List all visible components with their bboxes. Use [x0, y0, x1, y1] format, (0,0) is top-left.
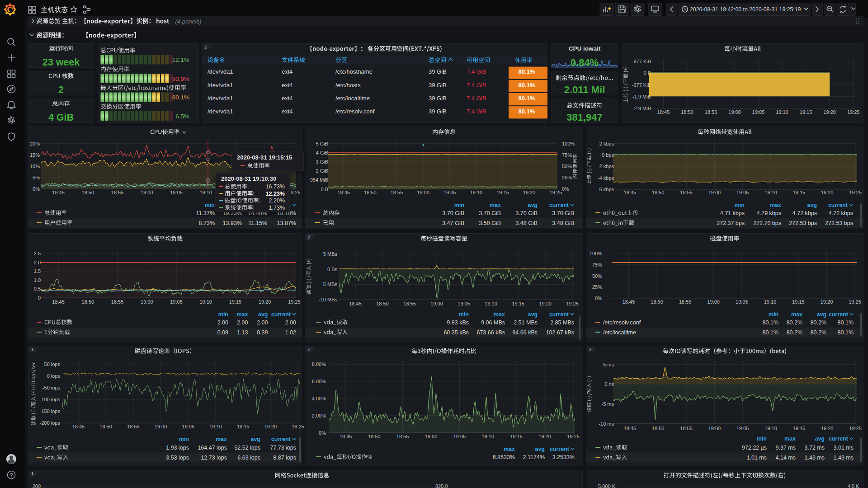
svg-text:977 KiB: 977 KiB	[633, 59, 651, 64]
svg-text:50%: 50%	[562, 164, 572, 169]
svg-text:/dev/vda1: /dev/vda1	[208, 68, 233, 75]
svg-text:19:25: 19:25	[292, 424, 304, 429]
svg-text:164.47 iops: 164.47 iops	[198, 445, 227, 451]
svg-text:ext4: ext4	[282, 82, 293, 89]
svg-text:12.1%: 12.1%	[172, 56, 189, 63]
svg-text:min: min	[205, 202, 215, 208]
svg-text:80.1%: 80.1%	[763, 329, 778, 336]
svg-text:18:50: 18:50	[364, 190, 377, 195]
svg-text:max: max	[236, 311, 248, 318]
svg-text:4.72 kbps: 4.72 kbps	[793, 210, 817, 216]
svg-text:-6 kbps: -6 kbps	[598, 187, 614, 192]
svg-text:19:15: 19:15	[237, 424, 250, 429]
svg-text:7.4 GiB: 7.4 GiB	[467, 95, 486, 102]
svg-text:18:45: 18:45	[340, 434, 352, 439]
svg-text:2 kbps: 2 kbps	[599, 141, 614, 146]
svg-text:18:45: 18:45	[52, 190, 65, 195]
svg-text:6.63 iops: 6.63 iops	[237, 455, 260, 461]
svg-text:current: current	[828, 202, 848, 208]
svg-text:9.83 kBs: 9.83 kBs	[447, 319, 469, 326]
svg-text:2.20%: 2.20%	[269, 197, 285, 204]
svg-text:18:45: 18:45	[624, 426, 637, 431]
svg-text:2.00: 2.00	[217, 319, 228, 326]
svg-text:19:20: 19:20	[259, 299, 271, 305]
svg-text:18:50: 18:50	[652, 426, 665, 431]
svg-text:18:50: 18:50	[681, 109, 693, 115]
svg-text:4.79 kbps: 4.79 kbps	[757, 210, 781, 216]
svg-text:0 ns: 0 ns	[604, 381, 614, 387]
svg-text:11.15%: 11.15%	[249, 220, 267, 226]
svg-text:19:05: 19:05	[443, 190, 456, 195]
svg-text:3.70 GiB: 3.70 GiB	[442, 210, 464, 216]
svg-text:19:20: 19:20	[539, 301, 552, 306]
svg-text:8.87 iops: 8.87 iops	[273, 455, 296, 461]
svg-text:-1.9 MiB: -1.9 MiB	[632, 94, 651, 99]
svg-text:5 GiB: 5 GiB	[316, 141, 328, 146]
svg-text:19:05: 19:05	[453, 434, 466, 439]
svg-text:18:55: 18:55	[403, 301, 416, 306]
svg-text:min: min	[735, 202, 745, 208]
svg-text:18:50: 18:50	[368, 434, 381, 439]
svg-text:min: min	[454, 202, 464, 208]
svg-text:-10 MBs: -10 MBs	[319, 297, 337, 302]
svg-text:3.47 GiB: 3.47 GiB	[442, 220, 464, 226]
svg-text:19:10: 19:10	[482, 434, 495, 439]
svg-text:18:50: 18:50	[82, 299, 94, 305]
svg-text:16.73%: 16.73%	[266, 183, 285, 190]
svg-text:i: i	[590, 347, 591, 352]
svg-text:0%: 0%	[33, 186, 40, 192]
svg-text:2020-08-31 19:15:15: 2020-08-31 19:15:15	[237, 154, 292, 161]
svg-text:60.35 kBs: 60.35 kBs	[443, 329, 469, 336]
svg-text:18:45: 18:45	[72, 424, 85, 429]
svg-text:ext4: ext4	[282, 95, 293, 102]
svg-text:2.011 Mil: 2.011 Mil	[564, 84, 605, 95]
svg-text:19:10: 19:10	[199, 299, 212, 305]
svg-text:max: max	[494, 311, 505, 318]
svg-text:min: min	[757, 436, 767, 442]
svg-text:CPU iowait: CPU iowait	[569, 45, 601, 52]
svg-text:6.8533%: 6.8533%	[493, 454, 515, 460]
svg-text:0: 0	[38, 295, 41, 300]
svg-text:80.2%: 80.2%	[811, 329, 826, 336]
svg-text:39 GiB: 39 GiB	[429, 95, 447, 102]
svg-text:/etc/resolv.conf: /etc/resolv.conf	[603, 319, 641, 326]
svg-text:19:00: 19:00	[707, 299, 720, 305]
svg-text:25%: 25%	[562, 175, 572, 180]
svg-text:19:20: 19:20	[821, 190, 834, 195]
svg-text:3.70 GiB: 3.70 GiB	[479, 210, 501, 216]
svg-text:1.73%: 1.73%	[269, 205, 285, 211]
svg-text:2.00%: 2.00%	[312, 413, 326, 418]
svg-text:19:00: 19:00	[425, 434, 438, 439]
svg-text:min: min	[459, 311, 469, 318]
svg-text:272.53 bps: 272.53 bps	[825, 220, 853, 226]
svg-text:2.00: 2.00	[285, 319, 296, 326]
svg-text:current: current	[549, 202, 569, 208]
svg-text:-2 kbps: -2 kbps	[598, 164, 614, 169]
svg-text:19:10: 19:10	[470, 190, 483, 195]
svg-text:/etc/hostname: /etc/hostname	[335, 68, 373, 75]
svg-text:19:10: 19:10	[209, 424, 222, 429]
svg-text:1.43 ms: 1.43 ms	[805, 455, 825, 461]
svg-text:19:05: 19:05	[182, 424, 195, 429]
svg-text:19:25: 19:25	[849, 299, 861, 305]
svg-text:18:50: 18:50	[99, 424, 112, 429]
svg-text:avg: avg	[258, 311, 268, 318]
svg-text:max: max	[791, 311, 802, 318]
svg-text:1.5: 1.5	[34, 268, 41, 274]
svg-text:i: i	[32, 471, 33, 476]
svg-text:18:45: 18:45	[337, 190, 350, 195]
svg-text:93.9%: 93.9%	[172, 75, 189, 82]
svg-text:19:25: 19:25	[849, 190, 862, 195]
svg-text:7.4 GiB: 7.4 GiB	[467, 82, 486, 89]
svg-text:19:20: 19:20	[821, 299, 833, 305]
svg-text:19:15: 19:15	[496, 190, 509, 195]
svg-text:5 MBs: 5 MBs	[323, 251, 338, 257]
svg-text:2.0: 2.0	[34, 260, 41, 265]
svg-text:avg: avg	[815, 436, 825, 442]
svg-text:19:05: 19:05	[752, 109, 765, 115]
svg-text:18:50: 18:50	[376, 301, 389, 306]
svg-text:3.70 GiB: 3.70 GiB	[515, 210, 538, 216]
svg-text:max: max	[784, 436, 796, 442]
svg-text:19:00: 19:00	[155, 424, 167, 429]
svg-text:max: max	[770, 202, 781, 208]
